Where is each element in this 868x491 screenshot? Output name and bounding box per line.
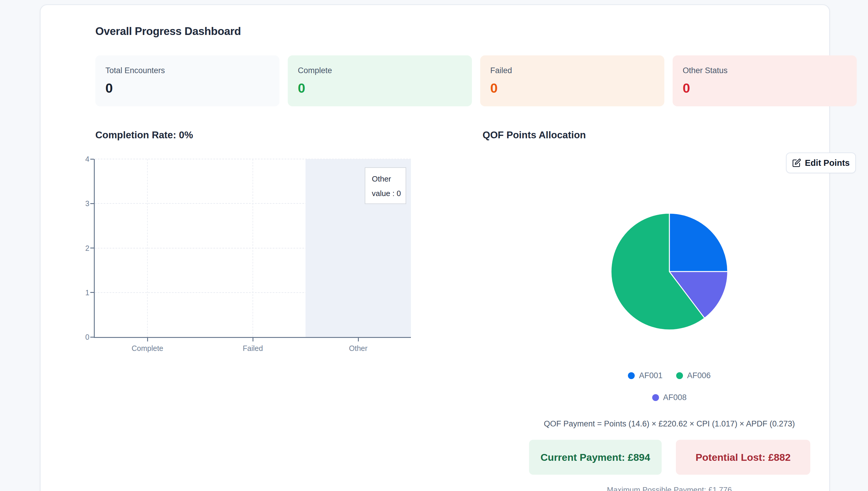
pie-slice-af001[interactable] (669, 213, 728, 271)
legend-dot-af008 (652, 394, 659, 401)
stat-card-value: 0 (490, 81, 654, 96)
stat-card-label: Total Encounters (106, 66, 269, 75)
dashboard-root: Overall Progress Dashboard Total Encount… (0, 0, 868, 491)
qof-points-heading: QOF Points Allocation (483, 129, 586, 141)
stat-card-value: 0 (683, 81, 846, 96)
pie-legend-row-2: AF008 (483, 393, 856, 402)
stat-card-label: Complete (298, 66, 461, 75)
legend-label: AF001 (639, 371, 663, 380)
legend-item-af001: AF001 (628, 371, 663, 380)
legend-item-af008: AF008 (652, 393, 687, 402)
potential-lost-box: Potential Lost: £882 (676, 440, 810, 475)
legend-label: AF006 (687, 371, 711, 380)
stat-card-total-encounters: Total Encounters 0 (95, 55, 279, 106)
legend-item-af006: AF006 (676, 371, 711, 380)
page-title: Overall Progress Dashboard (95, 25, 241, 38)
stat-card-failed: Failed 0 (480, 55, 664, 106)
current-payment-box: Current Payment: £894 (529, 440, 662, 475)
legend-dot-af006 (676, 372, 683, 379)
legend-label: AF008 (663, 393, 687, 402)
qof-pie-chart[interactable] (610, 212, 728, 331)
max-payment-text: Maximum Possible Payment: £1,776 (483, 485, 856, 491)
completion-rate-heading: Completion Rate: 0% (95, 129, 193, 141)
qof-payment-formula: QOF Payment = Points (14.6) × £220.62 × … (483, 419, 856, 429)
legend-dot-af001 (628, 372, 635, 379)
stat-card-other-status: Other Status 0 (672, 55, 857, 106)
stat-card-complete: Complete 0 (288, 55, 472, 106)
chart-plot-area[interactable] (95, 159, 411, 337)
pie-legend-row-1: AF001 AF006 (483, 371, 856, 380)
stat-card-label: Other Status (683, 66, 846, 75)
stat-card-value: 0 (106, 81, 269, 96)
stat-card-label: Failed (490, 66, 654, 75)
edit-points-label: Edit Points (805, 158, 850, 168)
edit-points-button[interactable]: Edit Points (786, 152, 856, 173)
pencil-square-icon (792, 158, 801, 167)
stat-card-value: 0 (298, 81, 461, 96)
